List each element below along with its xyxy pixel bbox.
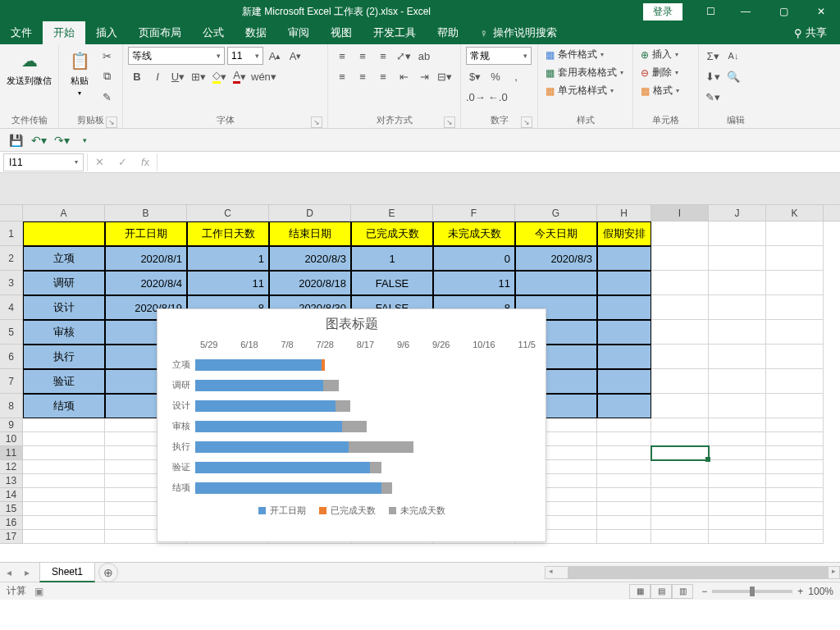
macro-record-icon[interactable]: ▣ [34, 586, 43, 597]
cell-K7[interactable] [766, 369, 824, 394]
tab-review[interactable]: 审阅 [277, 21, 320, 44]
cell-I5[interactable] [651, 320, 709, 345]
ribbon-display-options-icon[interactable]: ☐ [694, 0, 727, 23]
row-header-9[interactable]: 9 [0, 418, 22, 432]
chart-bar-segment[interactable] [370, 462, 381, 473]
cell-K17[interactable] [766, 530, 824, 544]
increase-decimal-button[interactable]: .0→ [466, 88, 486, 106]
italic-button[interactable]: I [148, 67, 167, 85]
row-header-3[interactable]: 3 [0, 271, 22, 295]
cell-J14[interactable] [709, 488, 766, 502]
cell-I15[interactable] [651, 502, 709, 516]
align-dialog-launcher[interactable]: ↘ [444, 116, 455, 128]
page-layout-view-button[interactable]: ▤ [651, 584, 672, 599]
cell-G1[interactable]: 今天日期 [515, 221, 597, 246]
cell-J9[interactable] [709, 418, 766, 432]
cell-H10[interactable] [597, 432, 651, 446]
tab-help[interactable]: 帮助 [427, 21, 469, 44]
row-header-13[interactable]: 13 [0, 474, 22, 488]
cell-A6[interactable]: 执行 [23, 345, 105, 369]
cell-A4[interactable]: 设计 [23, 295, 105, 320]
col-header-I[interactable]: I [651, 205, 709, 221]
cell-A12[interactable] [23, 460, 105, 474]
cell-K12[interactable] [766, 460, 824, 474]
cell-J8[interactable] [709, 394, 766, 418]
name-box[interactable]: I11▾ [3, 153, 84, 171]
chart-bar-segment[interactable] [195, 441, 349, 453]
cell-A10[interactable] [23, 432, 105, 446]
chart-bar-segment[interactable] [342, 421, 367, 432]
underline-button[interactable]: U▾ [169, 67, 187, 85]
align-center-button[interactable]: ≡ [354, 67, 372, 85]
cell-I1[interactable] [651, 221, 709, 246]
table-format-button[interactable]: ▦套用表格格式▾ [543, 65, 626, 80]
cut-button[interactable]: ✂ [98, 47, 116, 65]
cell-H15[interactable] [597, 502, 651, 516]
cell-F3[interactable]: 11 [433, 271, 515, 295]
chart-bar-segment[interactable] [195, 482, 381, 494]
share-button[interactable]: ⚲ 共享 [781, 21, 840, 44]
cancel-formula-button[interactable]: ✕ [88, 153, 111, 171]
increase-indent-button[interactable]: ⇥ [415, 67, 433, 85]
sort-filter-button[interactable]: A↓ [724, 47, 742, 65]
merge-button[interactable]: ⊟▾ [436, 67, 454, 85]
cell-J1[interactable] [709, 221, 766, 246]
cell-H5[interactable] [597, 320, 651, 345]
cell-K15[interactable] [766, 502, 824, 516]
row-header-10[interactable]: 10 [0, 432, 22, 446]
cell-J3[interactable] [709, 271, 766, 295]
cell-J10[interactable] [709, 432, 766, 446]
cell-F1[interactable]: 未完成天数 [433, 221, 515, 246]
cell-I9[interactable] [651, 418, 709, 432]
cell-I11[interactable] [651, 446, 709, 460]
row-header-17[interactable]: 17 [0, 530, 22, 544]
cell-A9[interactable] [23, 418, 105, 432]
chart-bar-segment[interactable] [195, 359, 322, 371]
cell-A7[interactable]: 验证 [23, 369, 105, 394]
normal-view-button[interactable]: ▦ [629, 584, 651, 599]
cell-H11[interactable] [597, 446, 651, 460]
tab-developer[interactable]: 开发工具 [363, 21, 427, 44]
insert-cells-button[interactable]: ⊕插入▾ [638, 47, 681, 62]
align-bottom-button[interactable]: ≡ [374, 47, 392, 65]
cell-H17[interactable] [597, 530, 651, 544]
cell-I4[interactable] [651, 295, 709, 320]
cell-K6[interactable] [766, 345, 824, 369]
cell-A1[interactable] [23, 221, 105, 246]
cell-K4[interactable] [766, 295, 824, 320]
tab-home[interactable]: 开始 [43, 21, 85, 44]
cell-J15[interactable] [709, 502, 766, 516]
align-left-button[interactable]: ≡ [333, 67, 351, 85]
cell-A13[interactable] [23, 474, 105, 488]
number-format-combo[interactable]: 常规▾ [466, 47, 532, 65]
col-header-A[interactable]: A [23, 205, 105, 221]
cell-H1[interactable]: 假期安排 [597, 221, 651, 246]
embedded-chart[interactable]: 图表标题 5/296/187/87/288/179/69/2610/1611/5… [157, 308, 546, 542]
save-button[interactable]: 💾 [7, 131, 25, 149]
chart-bar-segment[interactable] [322, 359, 325, 371]
copy-button[interactable]: ⧉ [98, 67, 116, 85]
currency-button[interactable]: $▾ [466, 67, 484, 85]
paste-button[interactable]: 📋 粘贴 ▾ [64, 47, 95, 99]
font-color-button[interactable]: A▾ [231, 67, 249, 85]
decrease-decimal-button[interactable]: ←.0 [488, 88, 508, 106]
cell-E2[interactable]: 1 [351, 246, 433, 271]
zoom-level[interactable]: 100% [808, 586, 833, 597]
cell-K3[interactable] [766, 271, 824, 295]
fill-button[interactable]: ⬇▾ [704, 67, 722, 85]
cell-E3[interactable]: FALSE [351, 271, 433, 295]
number-dialog-launcher[interactable]: ↘ [521, 116, 532, 128]
align-middle-button[interactable]: ≡ [354, 47, 372, 65]
cell-B3[interactable]: 2020/8/4 [105, 271, 187, 295]
increase-font-button[interactable]: A▴ [266, 47, 284, 65]
cell-A5[interactable]: 审核 [23, 320, 105, 345]
cell-I3[interactable] [651, 271, 709, 295]
cell-A3[interactable]: 调研 [23, 271, 105, 295]
cell-J4[interactable] [709, 295, 766, 320]
cell-I14[interactable] [651, 488, 709, 502]
font-size-combo[interactable]: 11▾ [227, 47, 263, 65]
cell-I10[interactable] [651, 432, 709, 446]
cell-A16[interactable] [23, 516, 105, 530]
cell-A8[interactable]: 结项 [23, 394, 105, 418]
horizontal-scrollbar[interactable]: ◂▸ [545, 566, 840, 579]
